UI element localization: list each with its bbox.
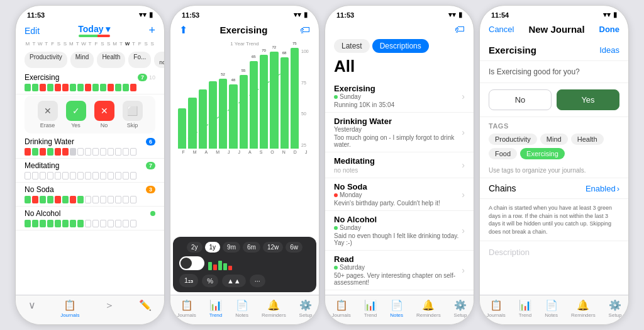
time-6m[interactable]: 6m: [243, 242, 260, 253]
tag-health[interactable]: Health: [571, 134, 604, 145]
nav-journals[interactable]: 📋 Journals: [60, 299, 79, 318]
chart-bar-5: 48: [229, 84, 237, 149]
nav3-journals[interactable]: 📋 Journals: [331, 299, 350, 318]
notes-title: All: [325, 57, 474, 80]
filter-productivity[interactable]: Productivity: [25, 52, 67, 68]
bottom-nav-1: ∨ 📋 Journals ＞ ✏️: [16, 295, 164, 324]
tag-icon-3[interactable]: 🏷: [455, 24, 465, 35]
ctrl-chart-type[interactable]: ▲▲: [222, 275, 246, 287]
habit-drinkingwater[interactable]: Drinking Water 6: [16, 135, 164, 159]
nav2-notes[interactable]: 📄 Notes: [235, 299, 248, 318]
reminders-icon-2: 🔔: [267, 299, 280, 311]
note-meditating[interactable]: Meditating no notes ›: [325, 152, 474, 178]
reminders-icon-4: 🔔: [577, 299, 589, 311]
yes-button[interactable]: ✓ Yes: [66, 101, 86, 128]
nav4-setup[interactable]: ⚙️ Setup: [609, 299, 622, 318]
ideas-link[interactable]: Ideas: [599, 45, 619, 55]
tab-latest[interactable]: Latest: [334, 39, 370, 53]
tag-food[interactable]: Food: [489, 148, 517, 159]
nav3-notes[interactable]: 📄 Notes: [390, 299, 403, 318]
no-button[interactable]: ✕ No: [94, 101, 114, 128]
nav4-notes[interactable]: 📄 Notes: [545, 299, 558, 318]
note-drinkingwater[interactable]: Drinking Water Yesterday Too much going …: [325, 113, 474, 152]
note-nosoda[interactable]: No Soda Monday Kevin's birthday party. C…: [325, 178, 474, 211]
description-input[interactable]: Description: [480, 241, 628, 263]
done-button-4[interactable]: Done: [599, 25, 620, 34]
add-button[interactable]: +: [148, 24, 155, 37]
wifi-icon-2: ▾▾: [294, 11, 301, 19]
nav2-reminders[interactable]: 🔔 Reminders: [262, 299, 286, 318]
filter-health[interactable]: Health: [97, 52, 125, 68]
today-selector[interactable]: Today ▾: [78, 24, 110, 34]
nav2-trend[interactable]: 📊 Trend: [209, 299, 223, 318]
ctrl-123[interactable]: 1₂₃: [179, 274, 198, 287]
note-yoga[interactable]: Practice Yoga Saturday 60 minutes of hot…: [325, 290, 474, 295]
chart-bar-6: 55: [240, 75, 248, 149]
time-9m[interactable]: 9m: [223, 242, 240, 253]
ctrl-more[interactable]: ···: [250, 275, 265, 287]
note-read[interactable]: Read Saturday 50+ pages. Very interestin…: [325, 251, 474, 290]
nav4-reminders[interactable]: 🔔 Reminders: [571, 299, 596, 318]
filter-fo[interactable]: Fo...: [128, 52, 151, 68]
skip-button[interactable]: ⬜ Skip: [123, 101, 143, 128]
control-row: 1₂₃ % ▲▲ ···: [179, 274, 310, 287]
tag-exercising[interactable]: Exercising: [520, 148, 565, 159]
yes-icon: ✓: [66, 101, 86, 121]
nav-forward[interactable]: ＞: [104, 299, 114, 318]
habit-meditating[interactable]: Meditating 7: [16, 159, 164, 183]
chart-bar-1: [188, 98, 196, 149]
bottom-nav-4: 📋 Journals 📊 Trend 📄 Notes 🔔 Reminders ⚙…: [480, 295, 628, 324]
status-icons-1: ▾▾ ▮: [139, 11, 153, 19]
edit-button[interactable]: Edit: [25, 26, 40, 36]
nav3-reminders[interactable]: 🔔 Reminders: [416, 299, 441, 318]
time-1y[interactable]: 1y: [205, 242, 221, 253]
tab-descriptions[interactable]: Descriptions: [372, 39, 429, 53]
nav3-trend[interactable]: 📊 Trend: [364, 299, 377, 318]
time-buttons: 2y 1y 9m 6m 12w 6w: [179, 242, 310, 253]
tag-icon[interactable]: 🏷: [300, 25, 310, 36]
tag-productivity[interactable]: Productivity: [489, 134, 537, 145]
time-6w[interactable]: 6w: [286, 242, 303, 253]
tag-mind[interactable]: Mind: [540, 134, 568, 145]
wifi-icon-4: ▾▾: [603, 11, 611, 19]
note-noalcohol[interactable]: No Alcohol Sunday Said no even though I …: [325, 211, 474, 251]
nav-edit[interactable]: ✏️: [139, 299, 152, 318]
nav4-trend[interactable]: 📊 Trend: [519, 299, 532, 318]
nav2-journals[interactable]: 📋 Journals: [177, 299, 196, 318]
ctrl-percent[interactable]: %: [202, 275, 218, 287]
mini-chart-row: [179, 256, 310, 270]
journals-icon-3: 📋: [335, 299, 348, 311]
chains-label: Chains: [489, 183, 516, 193]
habit-exercising-badge: 7: [138, 74, 147, 81]
time-2y[interactable]: 2y: [187, 242, 203, 253]
dot-read: [334, 266, 338, 270]
p1-header: Edit Today ▾ +: [16, 21, 164, 41]
time-12w[interactable]: 12w: [263, 242, 283, 253]
week-row: M T W T F S S M T W T F S S M T W T F S: [16, 41, 164, 47]
wifi-icon-3: ▾▾: [448, 11, 456, 19]
filter-row: Productivity Mind Health Fo... 1notes: [16, 49, 164, 71]
erase-button[interactable]: ✕ Erase: [38, 101, 58, 128]
trend-title: Exercising: [187, 25, 300, 35]
habit-drinkingwater-badge: 6: [146, 138, 155, 145]
filter-notes[interactable]: 1notes: [154, 52, 164, 68]
battery-icon-3: ▮: [458, 11, 462, 19]
tags-label: TAGS: [489, 122, 619, 130]
cancel-button-4[interactable]: Cancel: [489, 25, 514, 34]
nav3-setup[interactable]: ⚙️ Setup: [454, 299, 467, 318]
yes-option[interactable]: Yes: [557, 89, 619, 110]
chains-value[interactable]: Enabled ›: [586, 184, 619, 193]
habit-nosoda[interactable]: No Soda 3: [16, 183, 164, 207]
habit-noalcohol[interactable]: No Alcohol: [16, 207, 164, 230]
nav-prev[interactable]: ∨: [28, 299, 36, 318]
note-exercising[interactable]: Exercising Sunday Running 10K in 35:04 ›: [325, 80, 474, 113]
share-icon[interactable]: ⬆: [179, 24, 187, 36]
nav2-setup[interactable]: ⚙️ Setup: [299, 299, 313, 318]
no-option[interactable]: No: [489, 89, 552, 110]
toggle-switch[interactable]: [179, 256, 204, 270]
chart-bar-4: 52: [219, 79, 227, 149]
chart-bar-11: 75: [291, 48, 299, 149]
habit-exercising[interactable]: Exercising 7 10: [16, 71, 164, 94]
filter-mind[interactable]: Mind: [70, 52, 94, 68]
nav4-journals[interactable]: 📋 Journals: [486, 299, 505, 318]
